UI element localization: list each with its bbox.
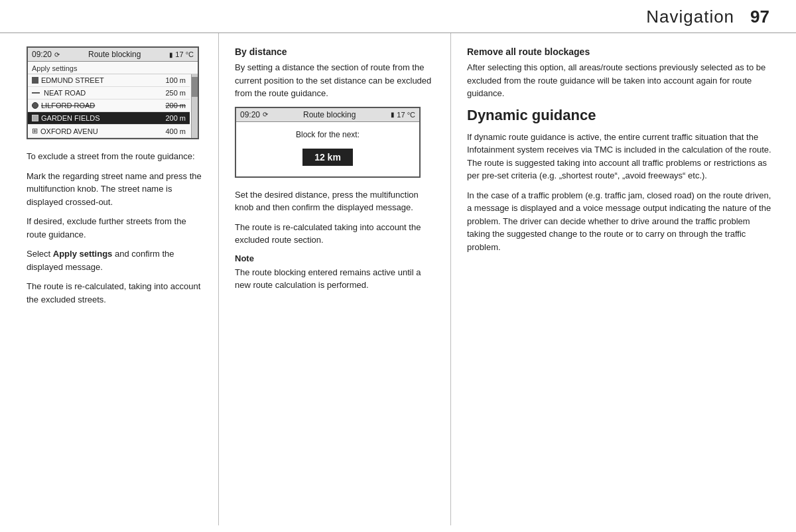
device-time: 09:20 — [32, 50, 52, 59]
column-3: Remove all route blockages After selecti… — [451, 33, 796, 525]
device-scrollbar[interactable] — [191, 74, 198, 138]
device-header-right: ▮ 17 °C — [169, 50, 194, 58]
col1-para1: To exclude a street from the route guida… — [27, 150, 202, 163]
device2-temp: 17 °C — [397, 111, 415, 119]
device2-header-right: ▮ 17 °C — [391, 111, 415, 119]
device-screen-1: 09:20 ⟳ Route blocking ▮ 17 °C Apply set… — [27, 46, 199, 139]
page-number: 97 — [750, 7, 769, 27]
col2-para2: Set the desired distance, press the mult… — [235, 188, 434, 214]
device-header-2: 09:20 ⟳ Route blocking ▮ 17 °C — [236, 108, 419, 122]
device-body-1: Apply settings EDMUND STREET 100 m — [28, 62, 198, 138]
device2-time: 09:20 — [240, 110, 260, 119]
device-title-1: Route blocking — [88, 50, 141, 59]
row-text-2: LILFORD ROAD — [41, 101, 95, 109]
row-text-1: NEAT ROAD — [44, 89, 86, 97]
row-icon-3 — [32, 115, 38, 121]
col3-heading2: Dynamic guidance — [467, 107, 775, 124]
row-dist-0: 100 m — [165, 76, 186, 84]
col1-para3: If desired, exclude further streets from… — [27, 215, 202, 241]
device-row: LILFORD ROAD 200 m — [28, 100, 190, 112]
page-header: Navigation 97 — [0, 0, 796, 33]
col1-para2: Mark the regarding street name and press… — [27, 170, 202, 209]
clock-icon: ⟳ — [54, 51, 60, 58]
device-temp: 17 °C — [175, 50, 194, 58]
main-content: 09:20 ⟳ Route blocking ▮ 17 °C Apply set… — [0, 33, 796, 525]
col1-para4-prefix: Select — [27, 249, 53, 259]
device-row: NEAT ROAD 250 m — [28, 87, 190, 100]
device2-km-box: 12 km — [302, 149, 353, 166]
battery-icon-2: ▮ — [391, 111, 395, 118]
clock-icon-2: ⟳ — [263, 111, 268, 118]
row-text-3: GARDEN FIELDS — [41, 114, 100, 122]
device2-header-left: 09:20 ⟳ — [240, 110, 268, 119]
device-row: EDMUND STREET 100 m — [28, 74, 190, 87]
col3-para2: If dynamic route guidance is active, the… — [467, 131, 775, 182]
row-text-0: EDMUND STREET — [41, 76, 104, 84]
device2-body: Block for the next: 12 km — [236, 122, 419, 176]
col2-heading: By distance — [235, 46, 434, 57]
row-dist-2: 200 m — [165, 101, 186, 109]
row-dist-3: 200 m — [165, 114, 186, 122]
row-icon-0 — [32, 77, 38, 84]
col2-para1: By setting a distance the section of rou… — [235, 61, 434, 100]
device-row-selected: GARDEN FIELDS 200 m — [28, 112, 190, 125]
col3-para1: After selecting this option, all areas/r… — [467, 61, 775, 100]
col2-para3: The route is re-calculated taking into a… — [235, 221, 434, 247]
row-icon-2 — [32, 102, 38, 109]
row-icon-1 — [32, 92, 40, 94]
col3-heading1: Remove all route blockages — [467, 46, 775, 57]
col1-para5: The route is re-calculated, taking into … — [27, 280, 202, 306]
device-header-1: 09:20 ⟳ Route blocking ▮ 17 °C — [28, 48, 198, 62]
device2-label: Block for the next: — [247, 130, 409, 139]
row-dist-4: 400 m — [165, 127, 186, 135]
page-title: Navigation — [646, 7, 734, 27]
device-rows: EDMUND STREET 100 m NEAT ROAD 250 m — [28, 74, 198, 138]
device-row: ⊞ OXFORD AVENU 400 m — [28, 125, 190, 138]
col1-para4: Select Apply settings and confirm the di… — [27, 247, 202, 273]
column-2: By distance By setting a distance the se… — [219, 33, 451, 525]
scrollbar-thumb — [192, 77, 198, 97]
row-text-4: OXFORD AVENU — [40, 127, 98, 135]
column-1: 09:20 ⟳ Route blocking ▮ 17 °C Apply set… — [0, 33, 219, 525]
row-dist-1: 250 m — [165, 89, 186, 97]
device2-title: Route blocking — [303, 110, 356, 119]
col2-note-heading: Note — [235, 253, 434, 263]
row-icon-4: ⊞ — [32, 127, 38, 135]
col2-note-text: The route blocking entered remains activ… — [235, 266, 434, 292]
device-header-left: 09:20 ⟳ — [32, 50, 60, 59]
col3-para3: In the case of a traffic problem (e.g. t… — [467, 189, 775, 254]
battery-icon: ▮ — [169, 51, 173, 58]
col1-para4-bold: Apply settings — [53, 249, 113, 259]
device-screen-2: 09:20 ⟳ Route blocking ▮ 17 °C Block for… — [235, 107, 421, 178]
device-section-label: Apply settings — [28, 62, 198, 74]
